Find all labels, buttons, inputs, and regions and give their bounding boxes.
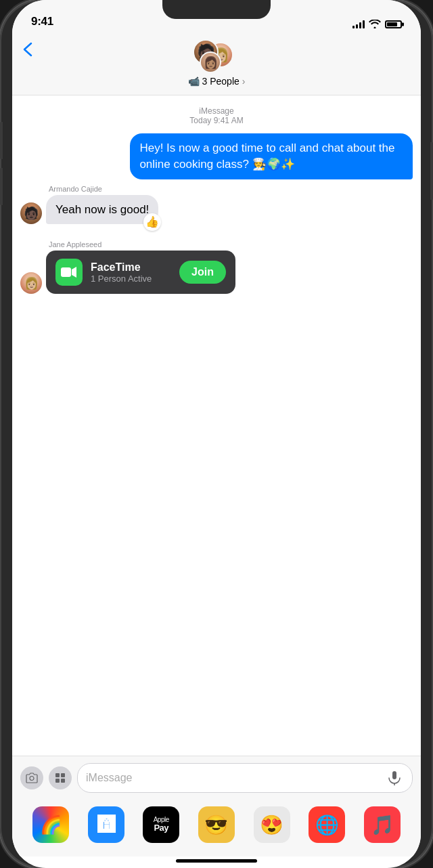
facetime-subtitle: 1 Person Active xyxy=(91,274,171,284)
timestamp-time: Today 9:41 AM xyxy=(20,116,413,125)
incoming-message-row-1: 🧑🏿 Armando Cajide Yeah now is good! 👍 xyxy=(20,185,413,225)
notch xyxy=(162,0,271,19)
outgoing-message-text: Hey! Is now a good time to call and chat… xyxy=(139,142,394,171)
incoming-message-content-2: Jane Appleseed FaceTime 1 Person Active xyxy=(46,240,235,294)
svg-rect-6 xyxy=(61,779,65,783)
svg-rect-0 xyxy=(61,267,71,277)
tray-appstore[interactable]: 🅰 xyxy=(88,806,124,843)
incoming-message-row-2: 👩🏼 Jane Appleseed FaceTime 1 xyxy=(20,240,413,294)
svg-point-2 xyxy=(30,777,34,781)
phone-frame: 9:41 xyxy=(0,0,433,868)
svg-rect-3 xyxy=(55,773,60,777)
camera-button[interactable] xyxy=(20,766,43,789)
avatar-3: 👩🏽 xyxy=(200,51,221,73)
group-chevron-icon: › xyxy=(242,76,246,87)
svg-rect-5 xyxy=(55,779,60,783)
armando-avatar: 🧑🏿 xyxy=(20,202,42,224)
battery-icon xyxy=(385,20,402,28)
reaction-bubble: 👍 xyxy=(143,213,161,231)
back-icon xyxy=(23,42,32,57)
tray-photos[interactable]: 🌈 xyxy=(32,806,69,843)
apps-button[interactable] xyxy=(49,766,72,789)
power-button[interactable] xyxy=(430,142,433,200)
home-indicator xyxy=(176,859,257,863)
group-label[interactable]: 📹 3 People › xyxy=(188,76,246,87)
facetime-title: FaceTime xyxy=(91,261,171,274)
apps-icon xyxy=(54,772,66,784)
tray-music[interactable]: 🎵 xyxy=(364,806,401,843)
svg-marker-1 xyxy=(72,267,76,278)
sender-name-2: Jane Appleseed xyxy=(46,240,235,248)
jane-avatar: 👩🏼 xyxy=(20,272,42,294)
volume-up-button[interactable] xyxy=(0,122,3,159)
camera-icon xyxy=(26,773,38,783)
back-button[interactable] xyxy=(23,42,32,57)
svg-rect-4 xyxy=(61,773,65,777)
incoming-message-content-1: Armando Cajide Yeah now is good! 👍 xyxy=(46,185,158,225)
volume-down-button[interactable] xyxy=(0,168,3,205)
status-icons xyxy=(352,20,402,28)
join-button[interactable]: Join xyxy=(179,261,226,284)
audio-button[interactable] xyxy=(385,768,404,787)
svg-rect-7 xyxy=(392,771,396,779)
status-time: 9:41 xyxy=(31,15,53,28)
facetime-video-icon xyxy=(61,266,77,278)
incoming-message-text-1: Yeah now is good! xyxy=(55,203,149,216)
tray-memoji[interactable]: 😎 xyxy=(198,806,235,843)
messages-area[interactable]: iMessage Today 9:41 AM Hey! Is now a goo… xyxy=(12,95,421,756)
facetime-info: FaceTime 1 Person Active xyxy=(91,261,171,284)
outgoing-bubble: Hey! Is now a good time to call and chat… xyxy=(130,133,413,179)
message-placeholder: iMessage xyxy=(86,772,380,784)
group-label-text: 3 People xyxy=(202,76,240,87)
timestamp-block: iMessage Today 9:41 AM xyxy=(20,106,413,125)
imessage-label: iMessage xyxy=(20,106,413,116)
audio-icon xyxy=(388,771,401,785)
tray-globe[interactable]: 🌐 xyxy=(309,806,345,843)
wifi-icon xyxy=(369,20,381,28)
nav-header: 🧑🏿 👩🏼 👩🏽 📹 3 People › xyxy=(12,34,421,95)
facetime-icon-wrapper xyxy=(55,259,83,286)
message-input[interactable]: iMessage xyxy=(77,763,413,793)
app-tray: 🌈 🅰 Apple Pay 😎 😍 🌐 🎵 xyxy=(12,800,421,856)
sender-name-1: Armando Cajide xyxy=(46,185,158,193)
signal-icon xyxy=(352,20,365,28)
facetime-card: FaceTime 1 Person Active Join xyxy=(46,251,235,294)
outgoing-message-content: Hey! Is now a good time to call and chat… xyxy=(130,133,413,179)
incoming-bubble-1: Yeah now is good! 👍 xyxy=(46,195,158,225)
tray-stickers[interactable]: 😍 xyxy=(254,806,290,843)
tray-applepay[interactable]: Apple Pay xyxy=(143,806,179,843)
phone-screen: 9:41 xyxy=(12,0,421,868)
outgoing-message-row: Hey! Is now a good time to call and chat… xyxy=(20,133,413,179)
group-avatars[interactable]: 🧑🏿 👩🏼 👩🏽 xyxy=(193,39,240,73)
input-bar: iMessage xyxy=(12,756,421,800)
